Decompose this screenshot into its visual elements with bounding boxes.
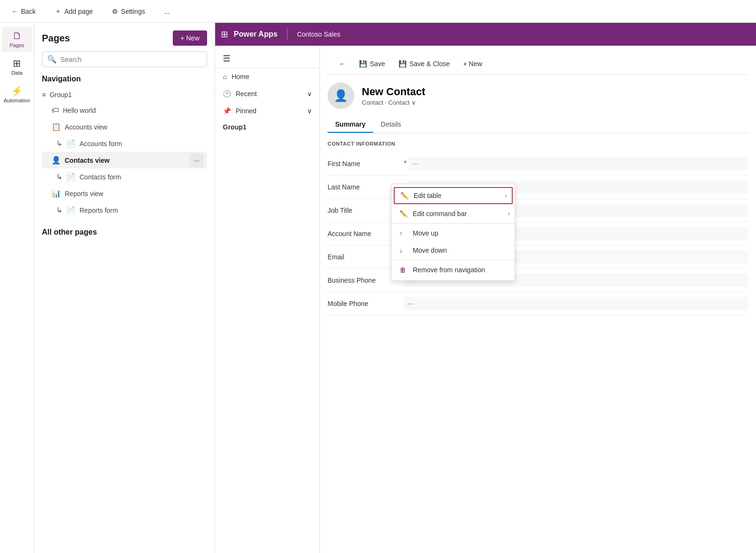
form-back-icon: ← (339, 60, 346, 68)
edit-table-icon: ✏️ (400, 192, 409, 199)
search-icon: 🔍 (47, 55, 57, 64)
first-name-required: * (404, 159, 407, 168)
reports-form-icon: ↳ (56, 206, 62, 215)
field-mobile-phone: Mobile Phone --- (328, 292, 748, 316)
main-layout: 🗋 Pages ⊞ Data ⚡ Automation Pages + New … (0, 23, 756, 553)
context-menu-divider-2 (392, 260, 515, 260)
more-button[interactable]: ... (160, 6, 174, 17)
tab-summary[interactable]: Summary (328, 117, 373, 133)
contacts-form-icon: ↳ (56, 172, 62, 181)
nav-item-hello-world[interactable]: 🏷 Hello world (42, 102, 207, 118)
context-menu-move-up[interactable]: ↑ Move up (392, 225, 515, 242)
remove-icon: 🗑 (399, 266, 408, 274)
search-box: 🔍 (42, 51, 207, 67)
nav-item-hello-world-label: Hello world (63, 107, 96, 114)
sidebar-item-pages[interactable]: 🗋 Pages (2, 27, 32, 52)
contacts-form-doc-icon: 📄 (66, 172, 76, 181)
move-down-icon: ↓ (399, 247, 408, 254)
app-preview: ⊞ Power Apps Contoso Sales ☰ ⌂ Home 🕐 Re… (215, 23, 756, 553)
first-name-value[interactable]: --- (408, 157, 748, 170)
automation-icon: ⚡ (11, 85, 23, 97)
contact-subtitle: Contact · Contact ∨ (362, 99, 425, 106)
mobile-phone-value[interactable]: --- (404, 297, 748, 310)
more-label: ... (164, 8, 170, 15)
sidebar-automation-label: Automation (4, 98, 30, 103)
save-icon: 💾 (359, 60, 367, 68)
home-icon: ⌂ (223, 73, 227, 80)
nav-item-accounts-view-label: Accounts view (65, 123, 107, 131)
form-panel: ← 💾 Save 💾 Save & Close + New (320, 46, 756, 553)
pa-app-subtitle: Contoso Sales (297, 30, 340, 38)
mobile-phone-label: Mobile Phone (328, 300, 404, 307)
field-email: Email --- (328, 246, 748, 269)
form-back-button[interactable]: ← (335, 57, 349, 70)
pages-panel: Pages + New 🔍 Navigation ≡ Group1 🏷 Hell… (34, 23, 215, 553)
contact-chevron-icon: ∨ (411, 99, 416, 106)
save-close-label: Save & Close (409, 60, 450, 68)
edit-command-bar-chevron-icon: › (508, 210, 510, 217)
nav-item-reports-view[interactable]: 📊 Reports view (42, 185, 207, 202)
icon-sidebar: 🗋 Pages ⊞ Data ⚡ Automation (0, 23, 34, 553)
new-page-button[interactable]: + New (173, 30, 207, 46)
hamburger-button[interactable]: ☰ (215, 49, 319, 68)
context-menu-edit-table[interactable]: ✏️ Edit table › (394, 187, 513, 204)
nav-item-contacts-view[interactable]: 👤 Contacts view ··· (42, 152, 207, 168)
settings-icon: ⚙ (112, 8, 118, 15)
nav-item-accounts-view[interactable]: 📋 Accounts view (42, 118, 207, 135)
context-menu: ✏️ Edit table › ✏️ Edit command bar › ↑ (391, 184, 515, 281)
accounts-view-icon: 📋 (51, 122, 61, 131)
nav-group-group1[interactable]: ≡ Group1 (42, 89, 207, 100)
home-label: Home (231, 73, 249, 80)
back-icon: ← (11, 8, 18, 15)
group-label: Group1 (50, 91, 72, 99)
field-first-name: First Name * --- (328, 152, 748, 176)
contact-subtitle-1: Contact (362, 99, 383, 106)
nav-item-accounts-form[interactable]: ↳ 📄 Accounts form (42, 135, 207, 152)
field-business-phone: Business Phone --- (328, 269, 748, 292)
sidebar-item-automation[interactable]: ⚡ Automation (2, 81, 32, 107)
nav-item-reports-form-label: Reports form (80, 207, 118, 214)
search-input[interactable] (60, 56, 202, 63)
move-up-label: Move up (413, 229, 438, 237)
app-nav-group1-label: Group1 (215, 119, 319, 135)
app-content: ☰ ⌂ Home 🕐 Recent ∨ 📌 Pinned (215, 46, 756, 553)
contact-subtitle-2: Contact (388, 99, 410, 106)
edit-command-bar-icon: ✏️ (399, 210, 408, 217)
settings-button[interactable]: ⚙ Settings (108, 6, 149, 17)
form-save-close-button[interactable]: 💾 Save & Close (395, 57, 454, 70)
form-save-button[interactable]: 💾 Save (355, 57, 389, 70)
tab-details[interactable]: Details (373, 117, 409, 133)
group-icon: ≡ (42, 91, 46, 99)
new-page-label: + New (180, 34, 199, 42)
reports-view-icon: 📊 (51, 189, 61, 198)
app-nav-home[interactable]: ⌂ Home (215, 68, 319, 85)
sidebar-item-data[interactable]: ⊞ Data (2, 54, 32, 79)
context-menu-move-down[interactable]: ↓ Move down (392, 242, 515, 259)
top-bar: ← Back ＋ Add page ⚙ Settings ... (0, 0, 756, 23)
nav-item-contacts-form[interactable]: ↳ 📄 Contacts form (42, 168, 207, 185)
pages-icon: 🗋 (12, 30, 22, 41)
contact-info: New Contact Contact · Contact ∨ (362, 86, 425, 106)
contact-header: 👤 New Contact Contact · Contact ∨ (328, 82, 748, 109)
contact-dot: · (385, 99, 388, 106)
add-page-button[interactable]: ＋ Add page (51, 5, 97, 18)
first-name-label: First Name (328, 160, 404, 168)
pa-topbar: ⊞ Power Apps Contoso Sales (215, 23, 756, 46)
nav-item-contacts-view-label: Contacts view (65, 157, 109, 164)
recent-chevron-icon: ∨ (307, 90, 312, 98)
contact-info-section-title: CONTACT INFORMATION (328, 141, 748, 147)
context-menu-edit-command-bar[interactable]: ✏️ Edit command bar › (392, 205, 515, 222)
contacts-view-more-button[interactable]: ··· (190, 154, 203, 167)
field-job-title: Job Title --- (328, 199, 748, 222)
accounts-form-doc-icon: 📄 (66, 139, 76, 148)
sidebar-pages-label: Pages (10, 42, 24, 48)
move-down-label: Move down (413, 247, 447, 254)
nav-item-reports-form[interactable]: ↳ 📄 Reports form (42, 202, 207, 218)
nav-item-contacts-form-label: Contacts form (80, 173, 121, 181)
recent-icon: 🕐 (223, 90, 231, 98)
app-nav-recent[interactable]: 🕐 Recent ∨ (215, 85, 319, 102)
app-nav-pinned[interactable]: 📌 Pinned ∨ (215, 102, 319, 119)
back-button[interactable]: ← Back (8, 6, 40, 17)
form-new-button[interactable]: + New (459, 57, 486, 70)
context-menu-remove[interactable]: 🗑 Remove from navigation (392, 261, 515, 278)
